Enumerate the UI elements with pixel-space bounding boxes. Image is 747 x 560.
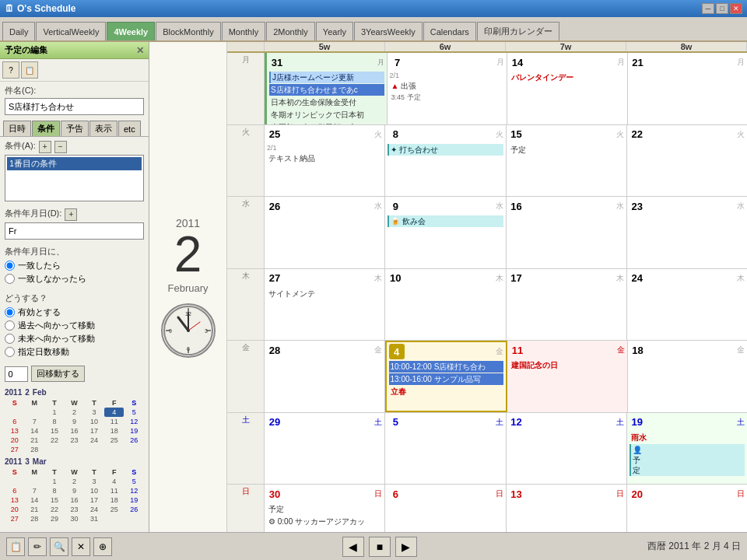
event-valentine[interactable]: バレンタインデー — [510, 72, 625, 83]
day-cell-31jan[interactable]: 31 月 J店様ホームページ更新 S店様打ち合わせまであc 日本初の生命保険金受… — [265, 53, 388, 124]
action-movedays-radio[interactable] — [5, 347, 15, 357]
mini-cal-m31[interactable]: 29 — [44, 514, 65, 523]
minimize-button[interactable]: ─ — [702, 3, 714, 14]
day-cell-18feb[interactable]: 18 金 — [628, 341, 748, 412]
mini-cal-m6[interactable]: 4 — [104, 477, 124, 486]
day-cell-7feb[interactable]: 7 月 2/1 ▲ 出張 3:45 予定 — [388, 53, 508, 124]
day-cell-17feb[interactable]: 17 木 — [507, 269, 627, 341]
mini-cal-d27[interactable]: 25 — [104, 436, 124, 445]
mini-cal-d8[interactable]: 6 — [5, 417, 25, 426]
day-cell-28jan[interactable]: 28 金 — [265, 341, 385, 412]
mini-cal-m33[interactable]: 31 — [84, 514, 104, 523]
mini-cal-d29[interactable]: 27 — [5, 445, 25, 454]
event-yotei-15[interactable]: 予定 — [509, 144, 624, 156]
event-homepage[interactable]: J店様ホームページ更新 — [269, 72, 384, 83]
mini-cal-d12[interactable]: 10 — [84, 417, 104, 426]
event-yotei-30[interactable]: 予定 — [267, 503, 382, 515]
tab-3yearsweekly[interactable]: 3YearsWeekly — [354, 22, 423, 40]
date-condition-input[interactable] — [5, 222, 144, 240]
day-cell-9feb[interactable]: 9 水 🍺 飲み会 — [385, 197, 506, 268]
mini-cal-m29[interactable]: 27 — [5, 514, 25, 523]
event-nomikai[interactable]: 🍺 飲み会 — [388, 215, 503, 227]
mini-cal-d7[interactable]: 5 — [124, 408, 144, 417]
move-count-input[interactable] — [5, 366, 28, 382]
tab-2monthly[interactable]: 2Monthly — [266, 22, 315, 40]
mini-cal-m20[interactable]: 18 — [104, 495, 124, 505]
day-cell-25jan[interactable]: 25 火 2/1 テキスト納品 — [265, 125, 385, 197]
mini-cal-d6[interactable]: 4 — [104, 408, 124, 417]
mini-cal-m15[interactable]: 13 — [5, 495, 25, 505]
event-trip[interactable]: ▲ 出張 — [390, 80, 505, 92]
mini-cal-m5[interactable]: 3 — [84, 477, 104, 486]
mini-cal-m27[interactable]: 25 — [104, 505, 124, 514]
action-enable-radio[interactable] — [5, 307, 15, 317]
mini-cal-d9[interactable]: 7 — [25, 417, 45, 426]
mini-cal-m9[interactable]: 7 — [25, 486, 45, 495]
mini-cal-m25[interactable]: 23 — [65, 505, 85, 514]
name-input[interactable] — [5, 98, 144, 115]
day-cell-22feb[interactable]: 22 火 — [627, 125, 747, 197]
day-cell-6feb[interactable]: 6 日 — [385, 485, 506, 532]
day-cell-19feb[interactable]: 19 土 雨水 👤予定 — [627, 413, 747, 485]
day-cell-5feb[interactable]: 5 土 — [385, 413, 506, 485]
mini-cal-m4[interactable]: 2 — [65, 477, 85, 486]
event-soccer[interactable]: ⚙ 0:00 サッカーアジアカッ — [267, 516, 382, 527]
subtab-reminder[interactable]: 予告 — [61, 121, 89, 136]
tab-monthly[interactable]: Monthly — [222, 22, 266, 40]
mini-cal-d23[interactable]: 21 — [25, 436, 45, 445]
subtab-display[interactable]: 表示 — [89, 121, 117, 136]
day-cell-20feb[interactable]: 20 日 — [627, 485, 747, 532]
day-cell-10feb[interactable]: 10 木 — [385, 269, 506, 341]
close-button[interactable]: ✕ — [730, 3, 742, 14]
status-btn-5[interactable]: ⊕ — [93, 537, 112, 556]
mini-cal-m18[interactable]: 16 — [65, 495, 85, 505]
event-meeting-selected[interactable]: S店様打ち合わせまであc — [269, 84, 384, 96]
nomatch-radio[interactable] — [5, 274, 15, 284]
event-meeting-4-1[interactable]: 10:00-12:00 S店様打ち合わ — [389, 361, 504, 373]
remove-condition-button[interactable]: − — [54, 141, 67, 153]
mini-cal-d17[interactable]: 15 — [44, 426, 65, 436]
event-risshun[interactable]: 立春 — [389, 386, 504, 397]
mini-cal-d25[interactable]: 23 — [65, 436, 85, 445]
tab-printcal[interactable]: 印刷用カレンダー — [477, 22, 559, 40]
status-btn-1[interactable]: 📋 — [6, 537, 25, 556]
mini-cal-m3[interactable]: 1 — [44, 477, 65, 486]
match-radio[interactable] — [5, 261, 15, 271]
day-cell-23feb[interactable]: 23 水 — [627, 197, 747, 268]
mini-cal-m32[interactable]: 30 — [65, 514, 85, 523]
day-cell-11feb[interactable]: 11 金 建国記念の日 — [507, 341, 628, 412]
mini-cal-m26[interactable]: 24 — [84, 505, 104, 514]
move-button[interactable]: 回移動する — [31, 366, 85, 382]
mini-cal-m16[interactable]: 14 — [25, 495, 45, 505]
mini-cal-d11[interactable]: 9 — [65, 417, 85, 426]
subtab-condition[interactable]: 条件 — [32, 121, 60, 136]
add-condition-button[interactable]: + — [39, 141, 51, 153]
mini-cal-d28[interactable]: 26 — [124, 436, 144, 445]
day-cell-21feb[interactable]: 21 月 — [628, 53, 748, 124]
mini-cal-d30[interactable]: 28 — [25, 445, 45, 454]
day-cell-12feb[interactable]: 12 土 — [507, 413, 627, 485]
tab-daily[interactable]: Daily — [2, 22, 35, 40]
day-cell-16feb[interactable]: 16 水 — [507, 197, 627, 268]
event-olympics[interactable]: 冬期オリンピックで日本初 — [269, 109, 384, 121]
mini-cal-d20[interactable]: 18 — [104, 426, 124, 436]
status-btn-3[interactable]: 🔍 — [50, 537, 68, 556]
tab-yearly[interactable]: Yearly — [316, 22, 353, 40]
mini-cal-m19[interactable]: 17 — [84, 495, 104, 505]
mini-cal-d2[interactable] — [25, 408, 45, 417]
event-usui[interactable]: 雨水 — [630, 432, 745, 443]
day-cell-4feb[interactable]: 4 金 10:00-12:00 S店様打ち合わ 13:00-16:00 サンプル… — [385, 341, 508, 412]
day-cell-15feb[interactable]: 15 火 予定 — [507, 125, 627, 197]
mini-cal-m14[interactable]: 12 — [124, 486, 144, 495]
mini-cal-d3[interactable]: 1 — [44, 408, 65, 417]
memo-button[interactable]: 📋 — [21, 61, 38, 79]
mini-cal-m24[interactable]: 22 — [44, 505, 65, 514]
mini-cal-m23[interactable]: 21 — [25, 505, 45, 514]
event-yotei-19[interactable]: 👤予定 — [630, 444, 745, 476]
stop-button[interactable]: ■ — [369, 537, 391, 557]
mini-cal-d10[interactable]: 8 — [44, 417, 65, 426]
day-cell-14feb[interactable]: 14 月 バレンタインデー — [507, 53, 628, 124]
event-text-delivery[interactable]: テキスト納品 — [267, 152, 382, 164]
tab-blockmonthly[interactable]: BlockMonthly — [156, 22, 220, 40]
mini-cal-d18[interactable]: 16 — [65, 426, 85, 436]
